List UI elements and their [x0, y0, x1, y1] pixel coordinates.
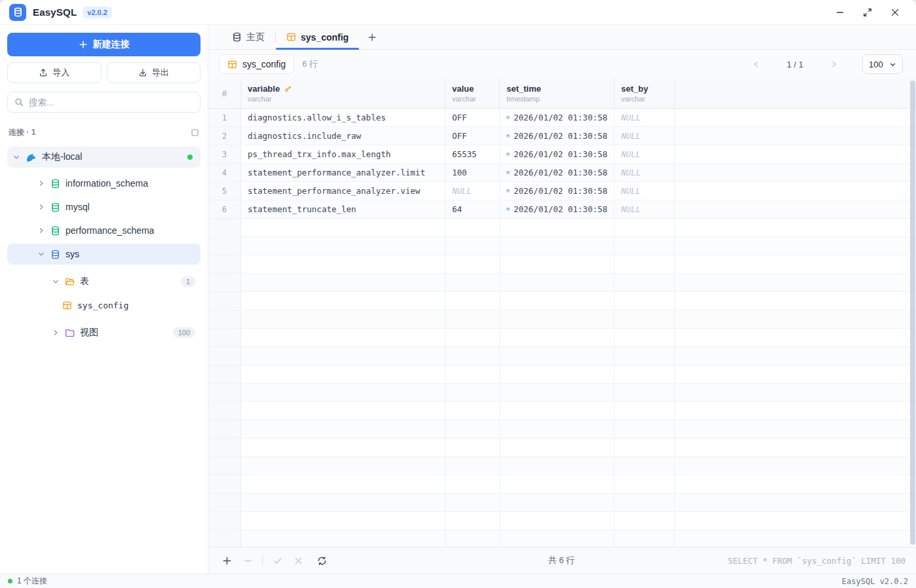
export-button[interactable]: 导出 — [107, 62, 201, 83]
new-tab-button[interactable] — [363, 28, 381, 46]
col-header-value[interactable]: value varchar — [446, 79, 500, 108]
next-page-button[interactable] — [826, 60, 843, 69]
cell-variable[interactable]: statement_performance_analyzer.view — [241, 182, 446, 200]
row-number — [208, 292, 241, 310]
close-button[interactable] — [890, 7, 900, 18]
empty-cell — [615, 475, 675, 494]
cell-value[interactable]: 65535 — [446, 145, 500, 164]
data-grid: # variable varchar value varchar set_tim… — [208, 79, 916, 547]
plus-icon — [222, 556, 232, 566]
row-number[interactable]: 3 — [208, 145, 241, 164]
cell-variable[interactable]: ps_thread_trx_info.max_length — [241, 145, 446, 164]
minimize-button[interactable] — [835, 7, 845, 18]
check-icon — [273, 556, 282, 566]
cell-set-time[interactable]: 2026/01/02 01:30:58 — [500, 127, 615, 145]
cell-set-by[interactable]: NULL — [615, 182, 675, 200]
cell-set-by[interactable]: NULL — [615, 127, 675, 145]
chevron-down-icon[interactable] — [52, 278, 60, 285]
tree-connection-local[interactable]: 本地-local — [7, 147, 200, 168]
cell-set-by[interactable]: NULL — [615, 164, 675, 182]
table-row[interactable]: 6statement_truncate_len642026/01/02 01:3… — [208, 200, 916, 219]
cell-set-time[interactable]: 2026/01/02 01:30:58 — [500, 164, 615, 182]
cell-value[interactable]: 64 — [446, 200, 500, 219]
col-header-variable[interactable]: variable varchar — [241, 79, 446, 108]
chevron-right-icon[interactable] — [37, 179, 45, 187]
cell-set-time[interactable]: 2026/01/02 01:30:58 — [500, 182, 615, 200]
cell-set-time[interactable]: 2026/01/02 01:30:58 — [500, 145, 615, 164]
cell-value[interactable]: NULL — [446, 182, 500, 200]
empty-cell — [241, 457, 446, 475]
delete-row-button[interactable] — [240, 553, 256, 568]
table-row[interactable]: 1diagnostics.allow_i_s_tablesOFF2026/01/… — [208, 109, 916, 127]
empty-cell — [615, 439, 675, 457]
bottom-toolbar: 共 6 行 SELECT * FROM `sys_config` LIMIT 1… — [208, 547, 916, 574]
cell-set-by[interactable]: NULL — [615, 145, 675, 164]
tree-schema-mysql[interactable]: mysql — [7, 196, 200, 217]
commit-changes-button[interactable] — [269, 553, 285, 568]
cell-set-time[interactable]: 2026/01/02 01:30:58 — [500, 109, 615, 127]
empty-cell — [500, 384, 615, 402]
table-row[interactable]: 3ps_thread_trx_info.max_length655352026/… — [208, 145, 916, 164]
tree-schema-information-schema[interactable]: information_schema — [7, 173, 200, 194]
empty-cell — [675, 530, 916, 547]
chevron-right-icon[interactable] — [52, 329, 60, 337]
empty-cell — [500, 475, 615, 494]
tree-schema-sys[interactable]: sys — [7, 244, 200, 265]
chevron-down-icon[interactable] — [37, 250, 45, 258]
empty-cell — [446, 329, 500, 347]
import-button[interactable]: 导入 — [7, 62, 102, 83]
row-number[interactable]: 1 — [208, 109, 241, 127]
cell-set-time[interactable]: 2026/01/02 01:30:58 — [500, 200, 615, 219]
discard-changes-button[interactable] — [290, 553, 306, 568]
connections-section-label: 连接 · 1 — [9, 127, 35, 138]
app-title: EasySQL — [33, 7, 77, 18]
table-chip[interactable]: sys_config — [219, 54, 294, 74]
empty-cell — [675, 402, 916, 420]
tree-schema-performance-schema[interactable]: performance_schema — [7, 220, 200, 241]
table-row[interactable]: 2diagnostics.include_rawOFF2026/01/02 01… — [208, 127, 916, 145]
col-header-set-by[interactable]: set_by varchar — [615, 79, 675, 108]
x-icon — [294, 556, 303, 566]
cell-variable[interactable]: statement_truncate_len — [241, 200, 446, 219]
empty-cell — [500, 347, 615, 365]
row-number[interactable]: 4 — [208, 164, 241, 182]
row-number[interactable]: 2 — [208, 127, 241, 145]
chevron-down-icon[interactable] — [12, 153, 20, 161]
col-header-rownum[interactable]: # — [208, 79, 241, 108]
search-box[interactable] — [7, 92, 200, 113]
cell-value[interactable]: OFF — [446, 127, 500, 145]
empty-cell — [675, 237, 916, 255]
new-connection-button[interactable]: 新建连接 — [7, 33, 200, 56]
cell-set-by[interactable]: NULL — [615, 109, 675, 127]
table-row[interactable]: 4statement_performance_analyzer.limit100… — [208, 164, 916, 182]
row-number[interactable]: 5 — [208, 182, 241, 200]
vertical-scrollbar[interactable] — [910, 81, 915, 545]
page-size-select[interactable]: 100 — [862, 54, 903, 74]
chevron-right-icon[interactable] — [37, 203, 45, 211]
tab-home[interactable]: 主页 — [221, 25, 275, 49]
cell-variable[interactable]: statement_performance_analyzer.limit — [241, 164, 446, 182]
tab-sys-config[interactable]: sys_config — [276, 25, 359, 49]
empty-row — [208, 420, 916, 439]
maximize-button[interactable] — [862, 7, 873, 18]
cell-value[interactable]: 100 — [446, 164, 500, 182]
prev-page-button[interactable] — [748, 60, 765, 69]
add-row-button[interactable] — [219, 553, 235, 568]
tree-folder-tables[interactable]: 表 1 — [7, 271, 200, 292]
refresh-button[interactable] — [314, 553, 330, 568]
chevron-right-icon[interactable] — [37, 227, 45, 234]
row-number[interactable]: 6 — [208, 200, 241, 219]
cell-variable[interactable]: diagnostics.allow_i_s_tables — [241, 109, 446, 127]
table-row[interactable]: 5statement_performance_analyzer.viewNULL… — [208, 182, 916, 200]
table-header-row: # variable varchar value varchar set_tim… — [208, 79, 916, 109]
search-input[interactable] — [29, 98, 193, 107]
cell-variable[interactable]: diagnostics.include_raw — [241, 127, 446, 145]
cell-value[interactable]: OFF — [446, 109, 500, 127]
empty-cell — [500, 310, 615, 329]
empty-cell — [241, 512, 446, 530]
collapse-all-icon[interactable] — [191, 128, 199, 137]
tree-folder-views[interactable]: 视图 100 — [7, 322, 200, 343]
tree-table-sys-config[interactable]: sys_config — [7, 295, 200, 316]
cell-set-by[interactable]: NULL — [615, 200, 675, 219]
col-header-set-time[interactable]: set_time timestamp — [500, 79, 615, 108]
